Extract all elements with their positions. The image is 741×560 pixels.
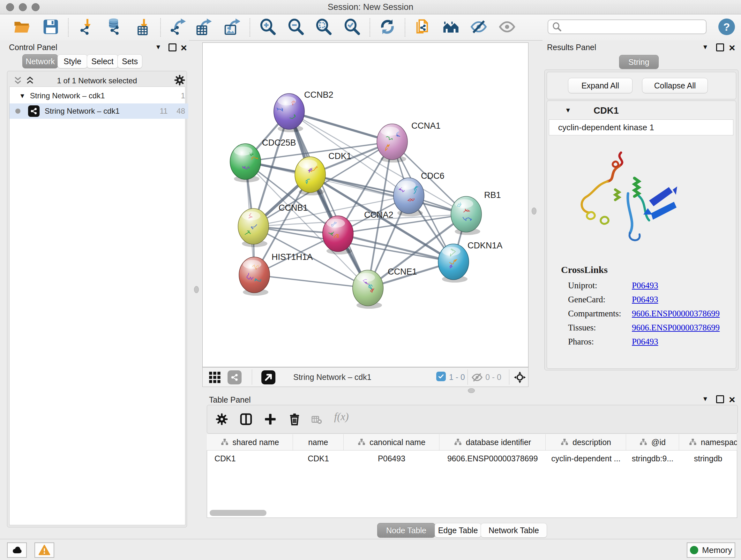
column-header-description[interactable]: description xyxy=(546,434,626,450)
crosslink-link[interactable]: P06493 xyxy=(632,337,658,347)
tab-style[interactable]: Style xyxy=(57,54,87,68)
crosslink-link[interactable]: 9606.ENSP00000378699 xyxy=(632,309,720,319)
column-header-canonical-name[interactable]: canonical name xyxy=(344,434,440,450)
tab-sets[interactable]: Sets xyxy=(118,54,142,68)
export-network-button[interactable] xyxy=(169,17,187,37)
table-cell[interactable]: CDK1 xyxy=(293,450,344,466)
tab-string[interactable]: String xyxy=(619,55,659,69)
network-from-selection-button[interactable] xyxy=(414,17,432,37)
network-canvas[interactable]: CCNB2CCNA1CDC25BCDK1CDC6RB1CCNB1CCNA2CDK… xyxy=(202,43,529,367)
column-header-database-identifier[interactable]: database identifier xyxy=(440,434,546,450)
detach-view-icon[interactable] xyxy=(261,370,275,384)
bottom-splitter-handle[interactable] xyxy=(468,388,475,393)
crosslink-link[interactable]: P06493 xyxy=(632,281,658,291)
table-cell[interactable]: stringdb xyxy=(679,450,737,466)
left-splitter-handle[interactable] xyxy=(194,286,199,293)
close-panel-icon[interactable]: × xyxy=(729,395,735,403)
tab-network-table[interactable]: Network Table xyxy=(481,523,547,538)
gear-icon[interactable] xyxy=(215,413,228,426)
panel-menu-icon[interactable]: ▼ xyxy=(155,44,161,51)
toolbar-separator xyxy=(405,18,405,37)
hidden-eye-slash-icon[interactable] xyxy=(471,372,483,383)
zoom-out-button[interactable] xyxy=(287,17,305,37)
network-collection-row[interactable]: ▼ String Network – cdk1 1 xyxy=(10,88,188,104)
table-cell[interactable]: 9606.ENSP00000378699 xyxy=(440,450,546,466)
cloud-button[interactable] xyxy=(7,543,27,558)
panel-menu-icon[interactable]: ▼ xyxy=(702,395,709,402)
network-graph[interactable]: CCNB2CCNA1CDC25BCDK1CDC6RB1CCNB1CCNA2CDK… xyxy=(203,43,528,367)
table-cell[interactable]: cyclin-dependent ... xyxy=(546,450,626,466)
import-network-database-button[interactable] xyxy=(105,17,122,37)
collapse-row-icon[interactable]: ▼ xyxy=(19,92,25,100)
network-edge[interactable] xyxy=(289,111,392,142)
collapse-all-button[interactable]: Collapse All xyxy=(642,78,708,93)
tab-select[interactable]: Select xyxy=(87,54,118,68)
column-header-name[interactable]: name xyxy=(293,434,344,450)
close-panel-icon[interactable]: × xyxy=(181,44,187,52)
crosslink-link[interactable]: P06493 xyxy=(632,295,658,305)
import-table-file-button[interactable] xyxy=(134,17,151,37)
import-network-file-button[interactable] xyxy=(78,17,96,37)
column-header-@id[interactable]: @id xyxy=(626,434,679,450)
warnings-button[interactable] xyxy=(35,543,54,558)
expand-all-button[interactable]: Expand All xyxy=(568,78,632,93)
close-panel-icon[interactable]: × xyxy=(729,44,735,52)
float-panel-icon[interactable] xyxy=(716,395,724,403)
zoom-in-button[interactable] xyxy=(259,17,277,37)
horizontal-scrollbar[interactable] xyxy=(210,510,266,516)
gear-icon[interactable] xyxy=(174,74,185,86)
float-panel-icon[interactable] xyxy=(169,44,177,51)
trash-icon[interactable] xyxy=(288,413,301,426)
network-row[interactable]: String Network – cdk1 11 48 xyxy=(10,104,188,119)
float-panel-icon[interactable] xyxy=(716,44,724,51)
hide-selected-button[interactable] xyxy=(470,17,488,37)
network-edge[interactable] xyxy=(254,275,368,288)
help-button[interactable]: ? xyxy=(718,18,735,35)
network-selection-status: 1 of 1 Network selected xyxy=(7,76,187,85)
grid-view-icon[interactable] xyxy=(208,371,221,384)
save-session-button[interactable] xyxy=(42,17,60,37)
tab-network[interactable]: Network xyxy=(22,54,58,68)
export-table-button[interactable] xyxy=(194,17,212,37)
show-hidden-button[interactable] xyxy=(498,17,516,37)
collapse-section-icon[interactable]: ▼ xyxy=(565,107,571,114)
network-node-label: CDC25B xyxy=(262,138,296,147)
zoom-selected-button[interactable] xyxy=(343,17,361,37)
panel-menu-icon[interactable]: ▼ xyxy=(702,44,709,51)
table-cell[interactable]: CDK1 xyxy=(207,450,293,466)
columns-icon[interactable] xyxy=(240,413,253,426)
network-view-title: String Network – cdk1 xyxy=(293,373,372,382)
plus-icon[interactable] xyxy=(264,413,277,426)
network-node-label: RB1 xyxy=(484,190,501,200)
network-status-dot xyxy=(15,109,20,114)
eye-slash-icon xyxy=(470,18,487,36)
toolbar-search-input[interactable] xyxy=(548,19,706,34)
edge-count: 48 xyxy=(177,107,185,116)
network-node-label: CCNE1 xyxy=(388,267,417,276)
crosslink-label: GeneCard: xyxy=(547,295,632,305)
column-header-shared-name[interactable]: shared name xyxy=(207,434,293,450)
open-session-button[interactable] xyxy=(13,17,31,37)
apply-layout-button[interactable] xyxy=(379,17,396,37)
tab-node-table[interactable]: Node Table xyxy=(377,523,435,538)
network-list-box: 1 of 1 Network selected ▼ String Network… xyxy=(7,71,187,527)
tab-edge-table[interactable]: Edge Table xyxy=(434,523,481,538)
memory-button[interactable]: Memory xyxy=(687,543,735,558)
database-network-icon xyxy=(105,18,122,36)
function-builder-icon[interactable]: f(x) xyxy=(334,411,349,423)
share-view-icon[interactable] xyxy=(227,370,242,384)
column-header-namespace[interactable]: namespace xyxy=(679,434,737,450)
export-image-button[interactable] xyxy=(222,17,240,37)
zoom-fit-button[interactable] xyxy=(315,17,333,37)
delete-table-icon[interactable] xyxy=(311,414,322,425)
magnifier-minus-icon xyxy=(287,18,305,36)
table-row[interactable]: CDK1CDK1P064939606.ENSP00000378699cyclin… xyxy=(207,450,737,466)
right-splitter-handle[interactable] xyxy=(532,207,536,214)
birds-eye-crosshair-icon[interactable] xyxy=(514,371,526,384)
table-cell[interactable]: P06493 xyxy=(344,450,440,466)
home-button[interactable] xyxy=(442,17,460,37)
crosslink-link[interactable]: 9606.ENSP00000378699 xyxy=(632,323,720,333)
control-panel-title: Control Panel xyxy=(9,43,57,52)
table-cell[interactable]: stringdb:9... xyxy=(626,450,679,466)
selected-checkbox-icon[interactable] xyxy=(436,372,446,381)
